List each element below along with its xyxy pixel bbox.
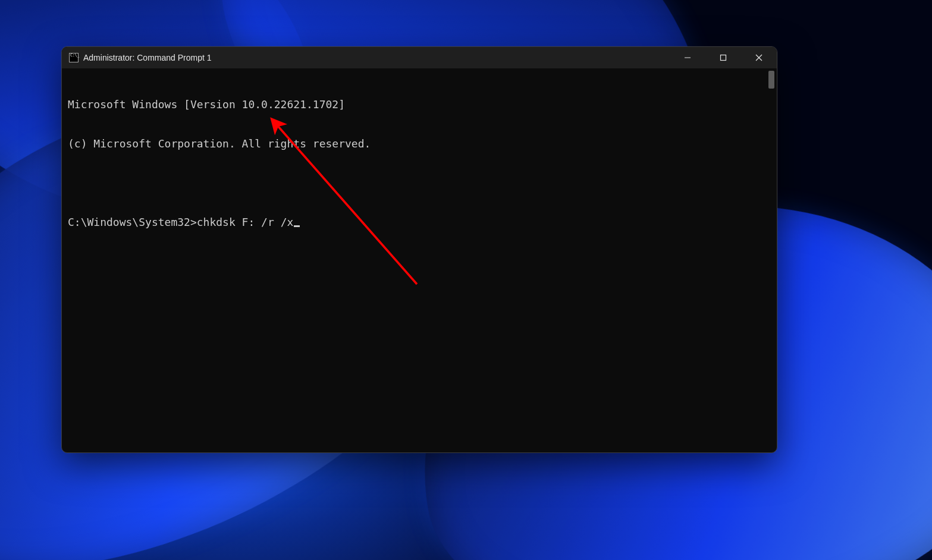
terminal-output-line: (c) Microsoft Corporation. All rights re… (68, 137, 771, 150)
maximize-button[interactable] (705, 47, 741, 68)
maximize-icon (720, 54, 727, 61)
scrollbar-track[interactable] (767, 71, 776, 450)
close-button[interactable] (741, 47, 777, 68)
minimize-icon (684, 54, 691, 61)
text-cursor (294, 225, 300, 227)
minimize-button[interactable] (670, 47, 705, 68)
terminal-prompt-line: C:\Windows\System32>chkdsk F: /r /x (68, 216, 771, 229)
terminal-output-line: Microsoft Windows [Version 10.0.22621.17… (68, 98, 771, 111)
close-icon (755, 54, 762, 61)
terminal-body[interactable]: Microsoft Windows [Version 10.0.22621.17… (62, 68, 777, 452)
prompt-command: chkdsk F: /r /x (197, 216, 294, 229)
window-title: Administrator: Command Prompt 1 (83, 53, 212, 62)
cmd-app-icon (69, 53, 79, 62)
scrollbar-thumb[interactable] (768, 71, 774, 89)
command-prompt-window: Administrator: Command Prompt 1 Microsof… (61, 46, 777, 453)
window-controls (670, 47, 777, 68)
svg-rect-1 (721, 55, 726, 61)
titlebar[interactable]: Administrator: Command Prompt 1 (62, 47, 777, 68)
terminal-blank-line (68, 177, 771, 190)
prompt-path: C:\Windows\System32> (68, 216, 197, 229)
